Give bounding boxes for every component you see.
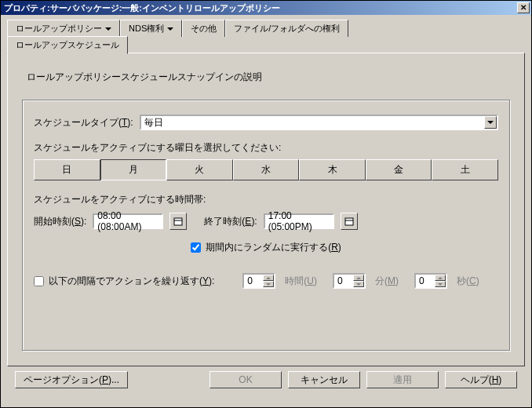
close-button[interactable]: ✕ — [517, 2, 530, 13]
schedule-type-row: スケジュールタイプ(T): 毎日 — [34, 115, 498, 130]
time-range-row: 開始時刻(S): 08:00 (08:00AM) 終了時刻(E): 17:00 … — [34, 213, 498, 230]
minutes-spinner[interactable]: 0 — [333, 273, 366, 289]
start-time-label: 開始時刻(S): — [34, 215, 86, 228]
seconds-value: 0 — [416, 275, 435, 287]
random-execute-label: 期間内にランダムに実行する(R) — [206, 241, 341, 254]
start-time-input[interactable]: 08:00 (08:00AM) — [93, 213, 163, 229]
active-days-label: スケジュールをアクティブにする曜日を選択してください: — [34, 141, 498, 155]
day-sat[interactable]: 土 — [432, 159, 498, 180]
spinner-up-icon[interactable] — [435, 275, 446, 281]
end-time-picker-button[interactable] — [341, 213, 358, 230]
hours-spinner[interactable]: 0 — [242, 273, 275, 289]
schedule-type-label: スケジュールタイプ(T): — [34, 116, 133, 129]
client-area: ロールアップポリシー NDS権利 その他 ファイル/フォルダへの権利 ロールアッ… — [1, 15, 531, 399]
tab-label: ロールアップポリシー — [16, 23, 102, 35]
chevron-down-icon — [484, 116, 497, 129]
apply-button[interactable]: 適用 — [366, 371, 439, 388]
day-fri[interactable]: 金 — [366, 159, 432, 180]
cancel-button[interactable]: キャンセル — [288, 371, 360, 388]
spinner-down-icon[interactable] — [263, 281, 274, 287]
seconds-spinner[interactable]: 0 — [414, 273, 447, 289]
day-sun[interactable]: 日 — [34, 159, 100, 180]
start-time-picker-button[interactable] — [169, 213, 187, 230]
repeat-label: 以下の間隔でアクションを繰り返す(Y): — [49, 275, 214, 288]
schedule-type-value: 毎日 — [144, 116, 163, 129]
tab-label: ファイル/フォルダへの権利 — [234, 23, 340, 35]
tab-rollup-policy[interactable]: ロールアップポリシー — [7, 20, 120, 37]
tab-rollup-schedule[interactable]: ロールアップスケジュール — [7, 36, 128, 54]
minutes-unit: 分(M) — [375, 275, 399, 288]
repeat-row: 以下の間隔でアクションを繰り返す(Y): 0 時間(U) 0 分(M) — [34, 273, 498, 289]
tab-strip-row1: ロールアップポリシー NDS権利 その他 ファイル/フォルダへの権利 — [7, 20, 525, 37]
chevron-down-icon — [167, 27, 173, 31]
day-selector: 日 月 火 水 木 金 土 — [34, 159, 498, 180]
schedule-type-select[interactable]: 毎日 — [140, 115, 498, 130]
tab-label: ロールアップスケジュール — [16, 39, 119, 51]
help-button[interactable]: ヘルプ(H) — [445, 371, 517, 388]
close-icon: ✕ — [520, 4, 527, 12]
repeat-checkbox[interactable]: 以下の間隔でアクションを繰り返す(Y): — [34, 275, 214, 288]
chevron-down-icon — [105, 27, 111, 31]
dialog-window: プロパティ:サーバパッケージ:一般:インベントリロールアップポリシー ✕ ロール… — [0, 0, 532, 408]
tab-label: NDS権利 — [129, 23, 164, 35]
spinner-down-icon[interactable] — [435, 281, 446, 287]
day-mon[interactable]: 月 — [100, 159, 167, 180]
end-time-label: 終了時刻(E): — [204, 215, 257, 228]
repeat-input[interactable] — [34, 276, 44, 286]
end-time-value: 17:00 (05:00PM) — [268, 210, 330, 232]
title-bar: プロパティ:サーバパッケージ:一般:インベントリロールアップポリシー ✕ — [1, 1, 531, 15]
calendar-icon — [173, 217, 183, 226]
time-range-label: スケジュールをアクティブにする時間帯: — [34, 193, 498, 206]
tab-other[interactable]: その他 — [182, 20, 225, 37]
tab-nds-rights[interactable]: NDS権利 — [120, 20, 182, 37]
hours-value: 0 — [244, 275, 263, 287]
tab-label: その他 — [191, 23, 217, 35]
random-execute-input[interactable] — [191, 242, 201, 253]
page-heading: ロールアップポリシースケジュールスナップインの説明 — [27, 71, 510, 84]
spinner-up-icon[interactable] — [263, 275, 274, 281]
schedule-group: スケジュールタイプ(T): 毎日 スケジュールをアクティブにする曜日を選択してく… — [22, 100, 510, 351]
hours-unit: 時間(U) — [285, 275, 317, 288]
end-time-input[interactable]: 17:00 (05:00PM) — [264, 213, 334, 229]
day-thu[interactable]: 木 — [299, 159, 366, 180]
minutes-value: 0 — [334, 275, 353, 287]
tab-strip-row2: ロールアップスケジュール — [7, 36, 525, 53]
day-wed[interactable]: 水 — [233, 159, 300, 180]
button-bar: ページオプション(P)... OK キャンセル 適用 ヘルプ(H) — [7, 366, 525, 393]
random-execute-checkbox[interactable]: 期間内にランダムに実行する(R) — [191, 241, 341, 254]
day-tue[interactable]: 火 — [166, 159, 233, 180]
svg-rect-0 — [174, 218, 182, 225]
page-options-button[interactable]: ページオプション(P)... — [15, 371, 128, 388]
seconds-unit: 秒(C) — [457, 275, 479, 288]
calendar-icon — [344, 217, 354, 226]
tab-file-folder-rights[interactable]: ファイル/フォルダへの権利 — [225, 20, 348, 37]
svg-rect-2 — [345, 218, 353, 225]
spinner-up-icon[interactable] — [353, 275, 364, 281]
ok-button[interactable]: OK — [210, 371, 282, 388]
spinner-down-icon[interactable] — [353, 281, 364, 287]
tab-page: ロールアップポリシースケジュールスナップインの説明 スケジュールタイプ(T): … — [7, 53, 525, 366]
start-time-value: 08:00 (08:00AM) — [97, 210, 159, 232]
random-row: 期間内にランダムに実行する(R) — [34, 241, 498, 254]
window-title: プロパティ:サーバパッケージ:一般:インベントリロールアップポリシー — [4, 2, 280, 14]
